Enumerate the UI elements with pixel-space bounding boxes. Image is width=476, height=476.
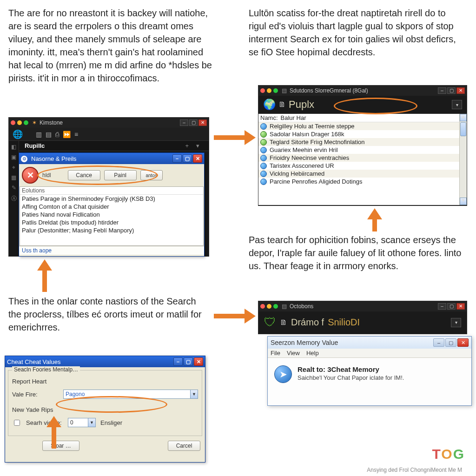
side-icon[interactable]: ▣ bbox=[11, 154, 16, 160]
mac-max-icon[interactable] bbox=[24, 120, 28, 125]
puplx-body: Namc: Balur Har Relgilley Holu at Teerni… bbox=[258, 114, 467, 205]
minimize-button[interactable]: – bbox=[173, 357, 183, 366]
nasorne-footer-link[interactable]: Uss th aope bbox=[19, 246, 204, 255]
minimize-button[interactable]: – bbox=[438, 303, 446, 310]
mac-close-icon[interactable] bbox=[260, 304, 265, 309]
maximize-button[interactable]: ▢ bbox=[445, 338, 456, 347]
error-icon: ✕ bbox=[22, 167, 39, 184]
close-button[interactable]: ✕ bbox=[456, 87, 465, 94]
list-item[interactable]: Guariex Meehin ervin Hril bbox=[258, 146, 459, 154]
mac-close-icon[interactable] bbox=[11, 120, 15, 125]
dialog-memory-value: Seerzon Memory Value – ▢ ✕ File View Hel… bbox=[267, 336, 472, 406]
minimize-button[interactable]: – bbox=[172, 154, 182, 163]
list-item[interactable]: Affing Comton of a Chat quisider bbox=[20, 203, 203, 211]
memory-titlebar[interactable]: Seerzon Memory Value – ▢ ✕ bbox=[268, 337, 471, 349]
nasorne-titlebar[interactable]: ⚙ Nasorne & Preils – ▢ ✕ bbox=[19, 153, 204, 164]
globe-icon bbox=[260, 131, 267, 138]
mac-close-icon[interactable] bbox=[260, 88, 265, 93]
sloar-button[interactable]: Sloar … bbox=[42, 441, 79, 451]
toolbar-icon-1[interactable]: ▥ bbox=[36, 131, 42, 138]
square-toggle-button[interactable]: ▾ bbox=[451, 318, 461, 327]
list-item[interactable]: Teglard Sitorte Friıg Mectnofinlation bbox=[258, 138, 459, 146]
list-item-label: Parcine Penrofies Aligided Dotings bbox=[270, 178, 362, 185]
menu-help[interactable]: Help bbox=[306, 350, 319, 357]
subtab-label[interactable]: Rupillc bbox=[25, 142, 45, 149]
globe-icon[interactable]: 🌐 bbox=[13, 129, 23, 139]
combo-arrow-icon[interactable]: ▼ bbox=[190, 390, 198, 398]
square-toggle-button[interactable]: ▾ bbox=[452, 100, 462, 109]
combo-arrow-icon[interactable]: ▼ bbox=[88, 418, 95, 427]
list-item[interactable]: Paties Parage in Sherminodey Forgjojly (… bbox=[20, 195, 203, 203]
row-newrips: New Yade Rips bbox=[12, 406, 198, 413]
maximize-button[interactable]: ▢ bbox=[189, 119, 198, 126]
mac-min-icon[interactable] bbox=[267, 304, 271, 309]
chevron-icon[interactable]: ▾ bbox=[196, 142, 199, 149]
dramo-titlebar[interactable]: ▤ Octobons – ▢ ✕ bbox=[258, 301, 467, 311]
close-button[interactable]: ✕ bbox=[457, 338, 469, 347]
name-value: Balur Har bbox=[281, 114, 306, 121]
vale-combo[interactable]: Pagono ▼ bbox=[63, 390, 198, 399]
menu-file[interactable]: File bbox=[271, 350, 280, 357]
list-item[interactable]: Patlis Dreldat (bis tmpodud) htirdder bbox=[20, 218, 203, 226]
puplx-scrollbar[interactable]: ▲ ▼ bbox=[459, 114, 467, 205]
close-button[interactable]: ✕ bbox=[456, 303, 465, 310]
list-item[interactable]: Frioidry Neecinse ventrachies bbox=[258, 154, 459, 162]
cancel-button[interactable]: Cance bbox=[68, 170, 100, 180]
puplx-app-name: Puplx bbox=[289, 99, 314, 111]
side-icon[interactable]: ▦ bbox=[11, 174, 16, 181]
toolbar-icon-2[interactable]: ▤ bbox=[46, 131, 52, 138]
maximize-button[interactable]: ▢ bbox=[184, 357, 193, 366]
maximize-button[interactable]: ▢ bbox=[183, 154, 192, 163]
close-button[interactable]: ✕ bbox=[193, 154, 202, 163]
mac-max-icon[interactable] bbox=[273, 88, 278, 93]
maximize-button[interactable]: ▢ bbox=[447, 87, 456, 94]
scroll-down-button[interactable]: ▼ bbox=[460, 198, 467, 205]
minimize-button[interactable]: – bbox=[433, 338, 444, 347]
toolbar-icon-5[interactable]: ≡ bbox=[74, 131, 78, 138]
search-vidute-checkbox[interactable] bbox=[14, 420, 20, 426]
scroll-up-button[interactable]: ▲ bbox=[460, 114, 467, 121]
close-button[interactable]: ✕ bbox=[198, 119, 207, 126]
kimstone-titlebar[interactable]: ✶ Kimstone – ▢ ✕ bbox=[9, 118, 209, 128]
list-item[interactable]: Parcine Penrofies Aligided Dotings bbox=[258, 178, 459, 185]
list-item[interactable]: Taristex Assconered UR bbox=[258, 162, 459, 170]
list-item[interactable]: Paties Nand noval Fidlication bbox=[20, 211, 203, 218]
list-item[interactable]: Vicklng Hebiircamed bbox=[258, 170, 459, 178]
puplx-list: Namc: Balur Har Relgilley Holu at Teerni… bbox=[258, 114, 459, 205]
antos-button[interactable]: antos bbox=[140, 170, 163, 180]
side-icon[interactable]: ◧ bbox=[11, 144, 16, 150]
arrow-up-right bbox=[367, 208, 381, 231]
maximize-button[interactable]: ▢ bbox=[447, 303, 456, 310]
paragraph-top-right: Lultōn scatiss for-the dreat naptiretah … bbox=[249, 7, 463, 59]
mac-min-icon[interactable] bbox=[267, 88, 271, 93]
side-icon[interactable]: ✎ bbox=[12, 185, 16, 191]
toolbar-icon-3[interactable]: ⎙ bbox=[55, 131, 59, 138]
list-item[interactable]: Relgilley Holu at Teernie steppe bbox=[258, 122, 459, 130]
toolbar-icon-4[interactable]: ⏩ bbox=[63, 131, 71, 138]
cancel-button[interactable]: Carcel bbox=[168, 441, 200, 451]
paint-button[interactable]: Painl bbox=[104, 170, 137, 180]
plus-icon[interactable]: + bbox=[185, 142, 189, 149]
mac-lights[interactable] bbox=[260, 304, 278, 309]
side-icon[interactable]: ⌖ bbox=[12, 164, 15, 171]
dialog-cheat-values: Cheat Cheat Values – ▢ ✕ Seacln Foories … bbox=[5, 356, 205, 463]
close-button[interactable]: ✕ bbox=[194, 357, 203, 366]
scroll-thumb[interactable] bbox=[460, 122, 466, 136]
kimstone-tab-label[interactable]: Kimstone bbox=[40, 119, 63, 126]
minimize-button[interactable]: – bbox=[438, 87, 446, 94]
mac-lights[interactable] bbox=[260, 88, 278, 93]
mac-max-icon[interactable] bbox=[273, 304, 278, 309]
list-item[interactable]: Sadolar Halsın Drager 168k bbox=[258, 130, 459, 138]
mac-min-icon[interactable] bbox=[17, 120, 22, 125]
puplx-titlebar[interactable]: ▤ Sdutdons SlorreGmneral (8Gal) – ▢ ✕ bbox=[258, 86, 467, 96]
side-icon[interactable]: Ⓐ bbox=[11, 195, 17, 203]
menu-view[interactable]: View bbox=[287, 350, 300, 357]
searchvidute-combo[interactable]: 0 ▼ bbox=[68, 418, 96, 427]
cheat-titlebar[interactable]: Cheat Cheat Values – ▢ ✕ bbox=[5, 356, 205, 367]
app-globe-icon: 🌍 bbox=[263, 99, 276, 111]
minimize-button[interactable]: – bbox=[180, 119, 188, 126]
label-report: Report Heart bbox=[12, 378, 59, 385]
cheat-title: Cheat Cheat Values bbox=[7, 358, 60, 365]
list-item[interactable]: Palur (Destonitter; Masing Feblí Manpory… bbox=[20, 226, 203, 234]
mac-lights[interactable] bbox=[11, 120, 28, 125]
